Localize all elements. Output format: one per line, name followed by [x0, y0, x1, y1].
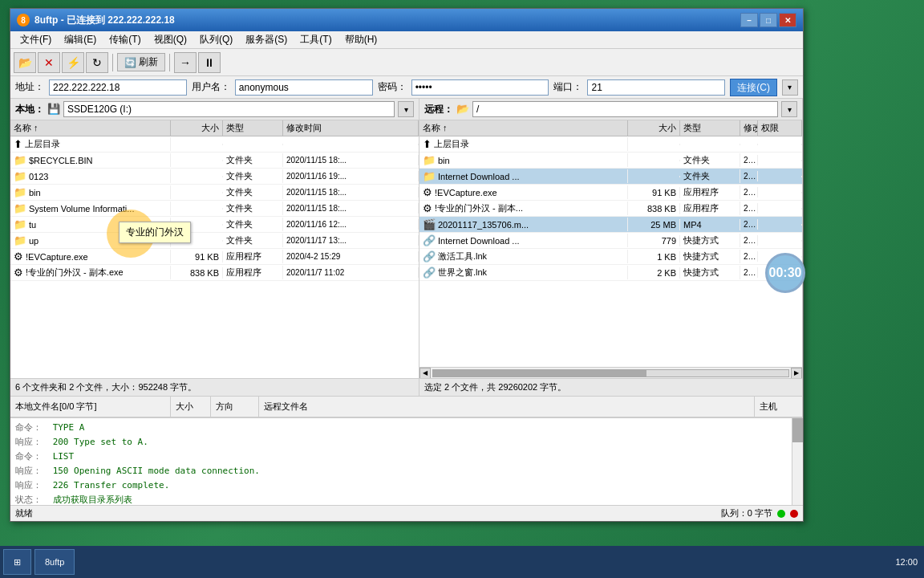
table-row[interactable]: ⚙ !EVCapture.exe 91 KB 应用程序 2020/4-2 15:…: [10, 249, 419, 265]
file-perm-cell: [758, 240, 802, 242]
table-row[interactable]: 📁 tu 文件夹 2020/11/16 12:...: [10, 217, 419, 233]
remote-hscroll[interactable]: ◀ ▶: [419, 367, 802, 378]
file-size-cell: [171, 176, 223, 177]
file-name-cell: 🔗 世界之窗.lnk: [419, 266, 628, 279]
local-path-input[interactable]: [63, 101, 395, 117]
connect-dropdown-btn[interactable]: ▾: [782, 79, 798, 96]
table-row[interactable]: 🎬 20201117_135706.m... 25 MB MP4 2020-11…: [419, 217, 802, 233]
menu-view[interactable]: 视图(Q): [148, 31, 193, 48]
file-type-cell: 应用程序: [223, 266, 283, 279]
file-perm-cell: [758, 144, 802, 145]
file-size-cell: [628, 144, 680, 145]
pass-input[interactable]: [411, 79, 549, 96]
remote-path-input[interactable]: [472, 101, 778, 117]
log-resp-text: 200 Type set to A.: [53, 437, 148, 447]
local-col-date[interactable]: 修改时间: [283, 120, 419, 136]
bottom-status-bar: 就绪 队列：0 字节: [10, 505, 803, 521]
hscroll-left-btn[interactable]: ◀: [419, 368, 431, 379]
file-date-cell: 2020/11/16 19:...: [283, 171, 419, 181]
exe-icon: ⚙: [423, 186, 432, 198]
toolbar-pause-btn[interactable]: ⏸: [198, 52, 221, 73]
menu-edit[interactable]: 编辑(E): [58, 31, 103, 48]
taskbar-start[interactable]: ⊞: [3, 549, 31, 575]
local-col-name[interactable]: 名称 ↑: [10, 120, 171, 136]
remote-folder-icon: 📂: [456, 103, 469, 116]
table-row[interactable]: ⚙ !EVCapture.exe 91 KB 应用程序 2020-4-2 15:…: [419, 185, 802, 201]
table-row[interactable]: 🔗 Internet Download ... 779 快捷方式 2020-11…: [419, 233, 802, 249]
window-title: 8uftp - 已连接到 222.222.222.18: [34, 14, 740, 27]
close-button[interactable]: ✕: [779, 13, 796, 27]
transfer-bar: 本地文件名[0/0 字节] 大小 方向 远程文件名 主机: [10, 396, 803, 417]
remote-col-date[interactable]: 修改时间: [740, 120, 758, 136]
taskbar-ftp-window[interactable]: 8uftp: [34, 549, 75, 575]
remote-status-text: 选定 2 个文件，共 29260202 字节。: [424, 381, 566, 393]
table-row[interactable]: 📁 Internet Download ... 文件夹 2020-11-17 9…: [419, 169, 802, 185]
local-file-list[interactable]: ⬆ 上层目录 📁 $RECYCLE.BIN 文件夹 2020/11/15 18: [10, 136, 419, 378]
table-row[interactable]: 📁 bin 文件夹 2020-11-17 10:...: [419, 153, 802, 169]
table-row[interactable]: 🔗 激活工具.lnk 1 KB 快捷方式 2016-9-27 20:14: [419, 249, 802, 265]
toolbar-open-btn[interactable]: 📂: [14, 52, 36, 73]
port-input[interactable]: [587, 79, 725, 96]
local-col-size[interactable]: 大小: [171, 120, 223, 136]
file-name-cell: ⚙ !专业的门外汉 - 副本.exe: [10, 266, 171, 279]
local-col-type[interactable]: 类型: [223, 120, 283, 136]
log-scrollbar[interactable]: [792, 418, 803, 505]
list-item: 响应： 200 Type set to A.: [15, 435, 798, 450]
file-date-cell: [283, 144, 419, 145]
main-window: 8 8uftp - 已连接到 222.222.222.18 – □ ✕ 文件(F…: [10, 8, 804, 522]
toolbar-lightning-btn[interactable]: ⚡: [62, 52, 84, 73]
menu-file[interactable]: 文件(F): [14, 31, 58, 48]
file-date-cell: 2020-11-17 9:34: [740, 267, 758, 278]
table-row[interactable]: 📁 $RECYCLE.BIN 文件夹 2020/11/15 18:...: [10, 153, 419, 169]
table-row[interactable]: 🔗 世界之窗.lnk 2 KB 快捷方式 2020-11-17 9:34: [419, 265, 802, 281]
table-row[interactable]: 📁 up 文件夹 2020/11/17 13:...: [10, 233, 419, 249]
hscroll-right-btn[interactable]: ▶: [791, 368, 802, 379]
remote-col-size[interactable]: 大小: [628, 120, 680, 136]
menu-server[interactable]: 服务器(S): [239, 31, 294, 48]
local-path-dropdown[interactable]: ▾: [398, 101, 414, 117]
table-row[interactable]: ⚙ !专业的门外汉 - 副本.exe 838 KB 应用程序 2020/11/7…: [10, 265, 419, 281]
file-type-cell: 文件夹: [223, 201, 283, 215]
toolbar-refresh-btn[interactable]: 🔄 刷新: [117, 53, 165, 71]
list-item: 响应： 226 Transfer complete.: [15, 478, 798, 493]
table-row[interactable]: 📁 bin 文件夹 2020/11/15 18:...: [10, 185, 419, 201]
remote-file-list[interactable]: ⬆ 上层目录 📁 bin 文件夹 2020-11-17: [419, 136, 802, 367]
hscroll-track[interactable]: [432, 369, 789, 377]
menu-help[interactable]: 帮助(H): [338, 31, 384, 48]
title-bar: 8 8uftp - 已连接到 222.222.222.18 – □ ✕: [10, 9, 803, 31]
table-row[interactable]: 📁 System Volume Informati... 文件夹 2020/11…: [10, 201, 419, 217]
bottom-status-label: 就绪: [15, 507, 33, 519]
maximize-button[interactable]: □: [760, 13, 777, 27]
minimize-button[interactable]: –: [740, 13, 758, 27]
toolbar-circle-btn[interactable]: ↻: [86, 52, 108, 73]
toolbar-forward-btn[interactable]: →: [174, 52, 197, 73]
exe-icon: ⚙: [423, 202, 432, 214]
queue-label: 队列：0 字节: [721, 507, 772, 519]
table-row[interactable]: ⬆ 上层目录: [419, 136, 802, 153]
local-status-text: 6 个文件夹和 2 个文件，大小：952248 字节。: [15, 381, 197, 393]
remote-col-name[interactable]: 名称 ↑: [419, 120, 628, 136]
remote-col-perm[interactable]: 权限: [758, 120, 802, 136]
remote-col-type[interactable]: 类型: [680, 120, 740, 136]
local-col-headers: 名称 ↑ 大小 类型 修改时间: [10, 120, 419, 136]
menu-queue[interactable]: 队列(Q): [193, 31, 239, 48]
file-type-cell: 文件夹: [680, 169, 740, 183]
file-size-cell: [171, 192, 223, 193]
addr-input[interactable]: [49, 79, 187, 96]
folder-icon: 📁: [14, 218, 26, 230]
file-date-cell: 2020-11-17 10:...: [740, 155, 758, 165]
connect-button[interactable]: 连接(C): [730, 79, 777, 96]
file-name-cell: 🔗 激活工具.lnk: [419, 250, 628, 263]
remote-path-dropdown[interactable]: ▾: [781, 101, 797, 117]
file-size-cell: 91 KB: [171, 251, 223, 263]
user-input[interactable]: [235, 79, 373, 96]
table-row[interactable]: 📁 0123 文件夹 2020/11/16 19:...: [10, 169, 419, 185]
status-indicator-green: [777, 510, 785, 518]
table-row[interactable]: ⬆ 上层目录: [10, 136, 419, 153]
table-row[interactable]: ⚙ !专业的门外汉 - 副本... 838 KB 应用程序 2020-11-17…: [419, 201, 802, 217]
link-icon: 🔗: [423, 234, 436, 246]
toolbar-separator-1: [112, 54, 113, 71]
menu-tools[interactable]: 工具(T): [294, 31, 338, 48]
toolbar-stop-btn[interactable]: ✕: [38, 52, 60, 73]
menu-transfer[interactable]: 传输(T): [103, 31, 147, 48]
